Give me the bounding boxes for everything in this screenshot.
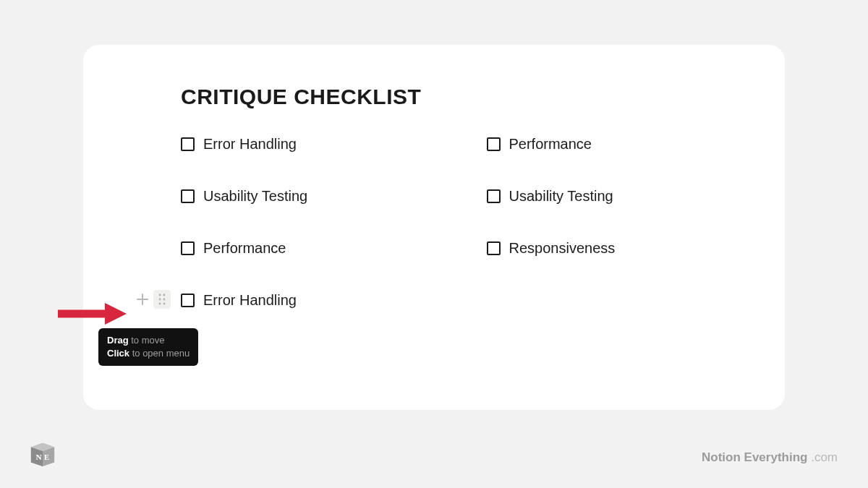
checklist-label: Error Handling xyxy=(203,136,297,153)
drag-handle-icon xyxy=(158,293,166,306)
drag-tooltip: Drag to move Click to open menu xyxy=(98,328,198,366)
checklist-label: Error Handling xyxy=(203,292,297,309)
checklist-label: Responsiveness xyxy=(509,240,616,257)
drag-handle[interactable] xyxy=(153,290,171,309)
checklist-item[interactable]: Performance xyxy=(487,134,786,154)
svg-text:E: E xyxy=(44,453,49,461)
page-title: CRITIQUE CHECKLIST xyxy=(181,85,785,109)
svg-point-5 xyxy=(163,303,166,305)
tooltip-line: Drag to move xyxy=(107,334,190,347)
footer-brand-domain: .com xyxy=(807,450,838,464)
checklist-col-left: Error Handling Usability Testing Perform… xyxy=(181,134,480,342)
checklist-label: Usability Testing xyxy=(203,188,307,205)
checklist-col-right: Performance Usability Testing Responsive… xyxy=(487,134,786,342)
checkbox-icon[interactable] xyxy=(181,189,195,203)
footer-brand-name: Notion Everything xyxy=(702,450,807,464)
checkbox-icon[interactable] xyxy=(181,241,195,255)
svg-point-3 xyxy=(163,299,166,301)
svg-point-4 xyxy=(159,303,161,305)
svg-point-0 xyxy=(159,294,161,296)
checkbox-icon[interactable] xyxy=(181,137,195,151)
checklist-item[interactable]: Responsiveness xyxy=(487,238,786,258)
plus-icon xyxy=(136,293,149,306)
checklist-item[interactable]: Error Handling xyxy=(181,290,480,310)
checklist-item[interactable]: Usability Testing xyxy=(181,186,480,206)
block-controls xyxy=(133,290,171,309)
svg-point-1 xyxy=(163,294,166,296)
checkbox-icon[interactable] xyxy=(487,137,501,151)
add-block-button[interactable] xyxy=(133,290,152,309)
checklist-item[interactable]: Error Handling xyxy=(181,134,480,154)
checklist-label: Performance xyxy=(509,136,592,153)
checklist-item[interactable]: Usability Testing xyxy=(487,186,786,206)
brand-logo-icon: N E xyxy=(29,440,56,468)
footer-brand: Notion Everything .com xyxy=(702,450,838,465)
checklist-columns: Error Handling Usability Testing Perform… xyxy=(181,134,785,342)
checklist-label: Usability Testing xyxy=(509,188,613,205)
svg-point-2 xyxy=(159,299,161,301)
checkbox-icon[interactable] xyxy=(487,241,501,255)
checklist-item[interactable]: Performance xyxy=(181,238,480,258)
checkbox-icon[interactable] xyxy=(487,189,501,203)
svg-text:N: N xyxy=(36,453,43,461)
checkbox-icon[interactable] xyxy=(181,294,195,307)
checklist-label: Performance xyxy=(203,240,286,257)
tooltip-line: Click to open menu xyxy=(107,347,190,360)
